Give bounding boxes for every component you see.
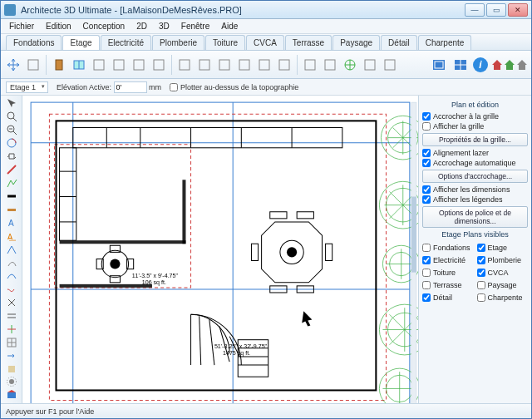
tab-plomberie[interactable]: Plomberie <box>152 35 204 50</box>
show-grid-checkbox[interactable]: Afficher la grille <box>422 122 528 131</box>
right-panel: Plan et édition Accrocher à la grille Af… <box>418 96 531 403</box>
floor-dropdown[interactable]: Etage 1 <box>6 81 48 93</box>
tab-terrasse[interactable]: Terrasse <box>285 35 332 50</box>
tab-cvca[interactable]: CVCA <box>246 35 284 50</box>
elevation-input[interactable] <box>114 81 147 93</box>
extend-icon[interactable] <box>3 349 20 362</box>
select-icon[interactable] <box>3 97 20 110</box>
blueprint2-icon[interactable] <box>451 55 470 75</box>
plan-cvca[interactable]: CVCA <box>477 269 529 277</box>
axis-icon[interactable] <box>3 323 20 335</box>
tab-toiture[interactable]: Toiture <box>205 35 245 50</box>
zoom-icon[interactable] <box>3 111 20 123</box>
plan-paysage[interactable]: Paysage <box>477 281 529 289</box>
opening-icon[interactable] <box>130 55 148 75</box>
menu-conception[interactable]: Conception <box>78 20 131 32</box>
auto-snap-checkbox[interactable]: Accrochage automatique <box>422 159 528 167</box>
tab-charpente[interactable]: Charpente <box>418 35 472 50</box>
font-dim-button[interactable]: Options de police et de dimensions... <box>422 206 528 228</box>
menu-edition[interactable]: Edition <box>41 20 76 32</box>
plant-icon[interactable] <box>341 55 359 75</box>
pattern2-icon[interactable] <box>381 55 399 75</box>
show-dims-checkbox[interactable]: Afficher les dimensions <box>422 185 528 194</box>
polyline-icon[interactable] <box>3 177 20 190</box>
plan-fondations[interactable]: Fondations <box>422 244 474 252</box>
svg-marker-26 <box>517 60 527 70</box>
tape-icon[interactable] <box>3 204 20 216</box>
snap-opts-button[interactable]: Options d'accrochage... <box>422 170 528 183</box>
svg-point-27 <box>7 112 14 119</box>
tab-fondations[interactable]: Fondations <box>6 35 62 50</box>
grid-props-button[interactable]: Propriétés de la grille... <box>422 133 528 146</box>
house-icons[interactable] <box>491 59 528 71</box>
menu-fichier[interactable]: Fichier <box>4 20 39 32</box>
curve-icon[interactable] <box>195 55 214 75</box>
window2-icon[interactable] <box>90 55 108 75</box>
sub-toolbar: Etage 1 Elévation Active: mm Plotter au-… <box>1 79 531 96</box>
circle-icon[interactable] <box>275 55 293 75</box>
laser-align-checkbox[interactable]: Alignement lazer <box>422 149 528 157</box>
arrow-cross-icon[interactable] <box>4 55 22 75</box>
wall-icon[interactable] <box>3 190 20 203</box>
wall-layer-icon[interactable] <box>321 55 339 75</box>
fillet-icon[interactable] <box>3 256 20 269</box>
perp-icon[interactable] <box>3 296 20 308</box>
tab-paysage[interactable]: Paysage <box>332 35 380 50</box>
plan-etage[interactable]: Etage <box>477 244 529 252</box>
show-legends-checkbox[interactable]: Afficher les légendes <box>422 195 528 204</box>
pan-icon[interactable] <box>3 150 20 163</box>
nav-icon[interactable] <box>24 55 42 75</box>
svg-rect-8 <box>180 60 190 70</box>
fill-icon[interactable] <box>3 362 20 375</box>
menu-aide[interactable]: Aide <box>216 20 243 32</box>
curve2-icon[interactable] <box>3 283 20 295</box>
tab-détail[interactable]: Détail <box>381 35 417 50</box>
grid-icon[interactable] <box>3 336 20 348</box>
door-icon[interactable] <box>50 55 68 75</box>
parallel-icon[interactable] <box>3 309 20 322</box>
line-icon[interactable] <box>3 164 20 176</box>
text-icon[interactable]: A <box>3 217 20 229</box>
shape-icon[interactable] <box>175 55 194 75</box>
orbit-icon[interactable] <box>3 137 20 150</box>
tab-electricité[interactable]: Electricité <box>101 35 151 50</box>
book-icon[interactable] <box>110 55 128 75</box>
svg-rect-4 <box>94 60 104 70</box>
settings-icon[interactable] <box>3 376 20 388</box>
rect-fill2-icon[interactable] <box>235 55 254 75</box>
bifold-icon[interactable] <box>150 55 168 75</box>
svg-rect-14 <box>305 60 315 70</box>
info-icon[interactable]: i <box>473 57 488 72</box>
plan-electricité[interactable]: Electricité <box>422 256 474 264</box>
plan-plomberie[interactable]: Plomberie <box>477 256 529 264</box>
plan-terrasse[interactable]: Terrasse <box>422 281 474 289</box>
maximize-button[interactable]: ▭ <box>486 3 506 17</box>
snap-grid-checkbox[interactable]: Accrocher à la grille <box>422 112 528 121</box>
rect-fill-icon[interactable] <box>215 55 234 75</box>
zoom-out-icon[interactable] <box>3 124 20 136</box>
dim-icon[interactable]: A͟ <box>3 230 20 243</box>
menu-2d[interactable]: 2D <box>131 20 152 32</box>
window-icon[interactable] <box>70 55 88 75</box>
wall-icon[interactable] <box>301 55 319 75</box>
svg-marker-25 <box>505 60 515 70</box>
svg-rect-7 <box>154 60 164 70</box>
menu-fenêtre[interactable]: Fenêtre <box>176 20 214 32</box>
pattern1-icon[interactable] <box>361 55 379 75</box>
spline-icon[interactable] <box>3 269 20 282</box>
floorplan-canvas[interactable]: 11'-3.5" x 9'-4.75" 106 sq ft. 51'-8.25"… <box>22 96 418 403</box>
minimize-button[interactable]: — <box>465 3 485 17</box>
3d-icon[interactable] <box>3 389 20 402</box>
close-button[interactable]: ✕ <box>508 3 528 17</box>
blueprint1-icon[interactable] <box>430 55 448 75</box>
rect-line-icon[interactable] <box>255 55 273 75</box>
plot-topo-checkbox[interactable]: Plotter au-dessus de la topographie <box>170 83 298 91</box>
angle-icon[interactable] <box>3 243 20 255</box>
svg-rect-81 <box>251 244 258 260</box>
tab-etage[interactable]: Etage <box>62 35 99 50</box>
plan-charpente[interactable]: Charpente <box>477 293 529 302</box>
plan-toiture[interactable]: Toiture <box>422 269 474 277</box>
plan-détail[interactable]: Détail <box>422 293 474 302</box>
menu-3d[interactable]: 3D <box>154 20 175 32</box>
svg-rect-34 <box>7 209 16 211</box>
